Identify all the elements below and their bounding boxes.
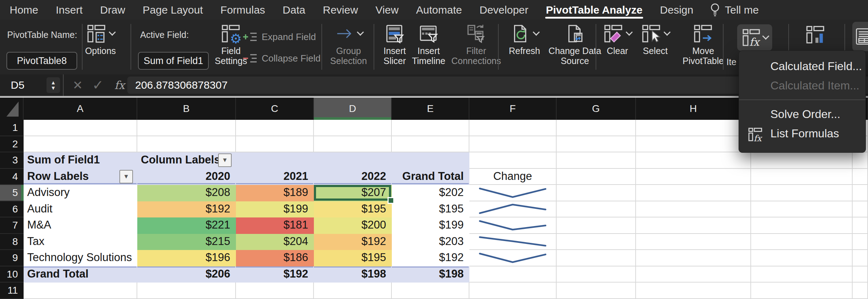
cell-C4[interactable]: 2021 — [236, 169, 314, 185]
cell-B5[interactable]: $208 — [137, 185, 236, 201]
row-header-7[interactable]: 7 — [0, 217, 24, 234]
tell-me[interactable]: Tell me — [710, 2, 759, 18]
menu-item-solve-order[interactable]: Solve Order... — [739, 104, 865, 124]
cell-H10[interactable] — [636, 266, 751, 283]
change-data-source-button[interactable]: Change Data Source — [546, 23, 603, 66]
cell-H1[interactable] — [636, 120, 751, 136]
cell-A3[interactable]: Sum of Field1 — [24, 152, 137, 169]
cell-H5[interactable] — [636, 185, 751, 201]
cell-H8[interactable] — [636, 234, 751, 250]
cell-E8[interactable]: $203 — [392, 234, 469, 250]
row-header-3[interactable]: 3 — [0, 152, 24, 169]
cell-F9[interactable] — [469, 250, 557, 266]
column-header-B[interactable]: B — [137, 98, 236, 120]
cell-J7[interactable] — [853, 217, 868, 234]
menubar-tab-data[interactable]: Data — [283, 0, 305, 20]
column-header-E[interactable]: E — [392, 98, 469, 120]
group-selection-button[interactable]: Group Selection — [325, 23, 373, 66]
cell-I10[interactable] — [751, 266, 853, 283]
cell-A5[interactable]: Advisory — [24, 185, 137, 201]
column-header-H[interactable]: H — [636, 98, 751, 120]
cell-B4[interactable]: 2020 — [137, 169, 236, 185]
cell-A8[interactable]: Tax — [24, 234, 137, 250]
select-all-corner[interactable] — [0, 98, 24, 120]
cell-H3[interactable] — [636, 152, 751, 169]
cell-J4[interactable] — [853, 169, 868, 185]
insert-function-icon[interactable]: fx — [114, 74, 125, 96]
cell-F3[interactable] — [469, 152, 557, 169]
cell-F11[interactable] — [469, 283, 557, 299]
cell-B1[interactable] — [137, 120, 236, 136]
row-header-11[interactable]: 11 — [0, 283, 24, 299]
cell-E2[interactable] — [392, 136, 469, 153]
cell-C10[interactable]: $192 — [236, 266, 314, 283]
cell-A7[interactable]: M&A — [24, 217, 137, 234]
cell-D8[interactable]: $192 — [314, 234, 392, 250]
column-header-D[interactable]: D — [314, 98, 392, 120]
menubar-tab-review[interactable]: Review — [323, 0, 358, 20]
collapse-field-button[interactable]: Collapse Field — [242, 51, 321, 65]
menubar-tab-page-layout[interactable]: Page Layout — [143, 0, 203, 20]
cell-J11[interactable] — [853, 283, 868, 299]
row-header-10[interactable]: 10 — [0, 266, 24, 283]
cell-A2[interactable] — [24, 136, 137, 153]
cell-A9[interactable]: Technology Solutions — [24, 250, 137, 266]
cell-E5[interactable]: $202 — [392, 185, 469, 201]
cell-G2[interactable] — [557, 136, 636, 153]
cell-D2[interactable] — [314, 136, 392, 153]
cancel-icon[interactable]: ✕ — [73, 74, 83, 96]
cell-E3[interactable] — [392, 152, 469, 169]
cell-C6[interactable]: $199 — [236, 201, 314, 218]
cell-H9[interactable] — [636, 250, 751, 266]
cell-J3[interactable] — [853, 152, 868, 169]
cell-J5[interactable] — [853, 185, 868, 201]
cell-B11[interactable] — [137, 283, 236, 299]
row-header-1[interactable]: 1 — [0, 120, 24, 136]
filter-dropdown-button[interactable]: ▼ — [119, 170, 133, 183]
cell-I11[interactable] — [751, 283, 853, 299]
menubar-tab-pivottable-analyze[interactable]: PivotTable Analyze — [546, 0, 642, 20]
cell-A4[interactable]: Row Labels▼ — [24, 169, 137, 185]
cell-G11[interactable] — [557, 283, 636, 299]
cell-C5[interactable]: $189 — [236, 185, 314, 201]
cell-B6[interactable]: $192 — [137, 201, 236, 218]
cell-H4[interactable] — [636, 169, 751, 185]
expand-field-button[interactable]: Expand Field — [242, 30, 316, 44]
name-box-stepper[interactable]: ▲▼ — [46, 77, 60, 93]
clear-button[interactable]: Clear — [598, 23, 637, 56]
cell-F7[interactable] — [469, 217, 557, 234]
cell-E1[interactable] — [392, 120, 469, 136]
cell-B7[interactable]: $221 — [137, 217, 236, 234]
cell-G6[interactable] — [557, 201, 636, 218]
menubar-tab-design[interactable]: Design — [660, 0, 693, 20]
column-header-C[interactable]: C — [236, 98, 314, 120]
cell-I5[interactable] — [751, 185, 853, 201]
cell-C8[interactable]: $204 — [236, 234, 314, 250]
cell-D9[interactable]: $195 — [314, 250, 392, 266]
cell-B3[interactable]: Column Labels▼ — [137, 152, 236, 169]
cell-D4[interactable]: 2022 — [314, 169, 392, 185]
cell-J6[interactable] — [853, 201, 868, 218]
cell-D10[interactable]: $198 — [314, 266, 392, 283]
row-header-2[interactable]: 2 — [0, 136, 24, 153]
menubar-tab-draw[interactable]: Draw — [100, 0, 125, 20]
filter-dropdown-button[interactable]: ▼ — [218, 153, 232, 167]
cell-D5[interactable]: $207 — [314, 185, 392, 201]
cell-I6[interactable] — [751, 201, 853, 218]
cell-G7[interactable] — [557, 217, 636, 234]
cell-F8[interactable] — [469, 234, 557, 250]
cell-F1[interactable] — [469, 120, 557, 136]
cell-C7[interactable]: $181 — [236, 217, 314, 234]
column-header-F[interactable]: F — [469, 98, 557, 120]
options-button[interactable]: Options — [83, 23, 118, 56]
cell-J9[interactable] — [853, 250, 868, 266]
active-field-input[interactable]: Sum of Field1 — [138, 52, 209, 70]
move-pivottable-button[interactable]: Move PivotTable — [676, 23, 730, 66]
insert-slicer-button[interactable]: Insert Slicer — [378, 23, 411, 66]
pivotchart-button[interactable] — [805, 24, 826, 45]
cell-D7[interactable]: $200 — [314, 217, 392, 234]
cell-A6[interactable]: Audit — [24, 201, 137, 218]
cell-C11[interactable] — [236, 283, 314, 299]
column-header-A[interactable]: A — [24, 98, 137, 120]
pivottable-name-input[interactable]: PivotTable8 — [6, 52, 77, 70]
